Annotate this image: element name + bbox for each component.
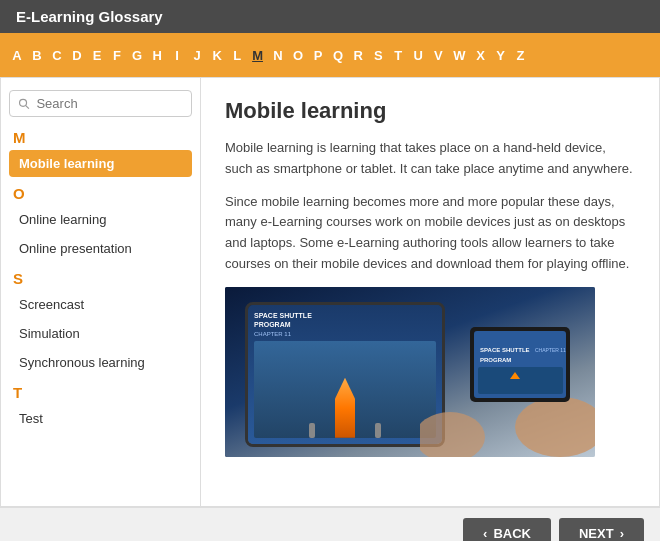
svg-line-1 <box>26 105 29 108</box>
next-chevron-icon: › <box>620 526 624 541</box>
alphabet-letter-c[interactable]: C <box>48 44 66 67</box>
alphabet-letter-e[interactable]: E <box>88 44 106 67</box>
content-paragraph-1: Mobile learning is learning that takes p… <box>225 138 635 180</box>
app-header: E-Learning Glossary <box>0 0 660 33</box>
alphabet-letter-d[interactable]: D <box>68 44 86 67</box>
alphabet-letter-h[interactable]: H <box>148 44 166 67</box>
sidebar-item-test[interactable]: Test <box>9 405 192 432</box>
sidebar-letter-o: O <box>13 185 192 202</box>
alphabet-letter-g[interactable]: G <box>128 44 146 67</box>
alphabet-letter-v[interactable]: V <box>429 44 447 67</box>
search-icon <box>18 97 30 111</box>
svg-point-3 <box>420 412 485 457</box>
search-box[interactable] <box>9 90 192 117</box>
alphabet-letter-z[interactable]: Z <box>512 44 530 67</box>
alphabet-letter-r[interactable]: R <box>349 44 367 67</box>
sidebar-item-mobile-learning[interactable]: Mobile learning <box>9 150 192 177</box>
sidebar-letter-t: T <box>13 384 192 401</box>
sidebar-item-screencast[interactable]: Screencast <box>9 291 192 318</box>
alphabet-letter-k[interactable]: K <box>208 44 226 67</box>
back-label: BACK <box>493 526 531 541</box>
sidebar-letter-m: M <box>13 129 192 146</box>
svg-text:CHAPTER 11: CHAPTER 11 <box>535 347 566 353</box>
alphabet-bar: ABCDEFGHIJKLMNOPQRSTUVWXYZ <box>0 33 660 77</box>
main-area: MMobile learningOOnline learningOnline p… <box>0 77 660 507</box>
alphabet-letter-t[interactable]: T <box>389 44 407 67</box>
alphabet-letter-a[interactable]: A <box>8 44 26 67</box>
next-label: NEXT <box>579 526 614 541</box>
alphabet-letter-s[interactable]: S <box>369 44 387 67</box>
sidebar: MMobile learningOOnline learningOnline p… <box>1 78 201 506</box>
alphabet-letter-m[interactable]: M <box>248 44 267 67</box>
alphabet-letter-f[interactable]: F <box>108 44 126 67</box>
svg-text:PROGRAM: PROGRAM <box>480 357 511 363</box>
alphabet-letter-i[interactable]: I <box>168 44 186 67</box>
sidebar-sections: MMobile learningOOnline learningOnline p… <box>9 129 192 432</box>
content-image: SPACE SHUTTLEPROGRAM CHAPTER 11 <box>225 287 595 457</box>
svg-point-0 <box>20 99 27 106</box>
alphabet-letter-w[interactable]: W <box>449 44 469 67</box>
hands-image: SPACE SHUTTLE PROGRAM CHAPTER 11 <box>420 297 595 457</box>
next-button[interactable]: NEXT › <box>559 518 644 542</box>
content-area: Mobile learning Mobile learning is learn… <box>201 78 659 506</box>
sidebar-item-online-presentation[interactable]: Online presentation <box>9 235 192 262</box>
search-input[interactable] <box>36 96 183 111</box>
tablet-mockup: SPACE SHUTTLEPROGRAM CHAPTER 11 <box>245 302 445 447</box>
footer: ‹ BACK NEXT › <box>0 507 660 541</box>
alphabet-letter-y[interactable]: Y <box>492 44 510 67</box>
alphabet-letter-u[interactable]: U <box>409 44 427 67</box>
content-title: Mobile learning <box>225 98 635 124</box>
alphabet-letter-b[interactable]: B <box>28 44 46 67</box>
svg-rect-9 <box>478 367 563 394</box>
alphabet-letter-l[interactable]: L <box>228 44 246 67</box>
alphabet-letter-n[interactable]: N <box>269 44 287 67</box>
alphabet-letter-j[interactable]: J <box>188 44 206 67</box>
alphabet-letter-o[interactable]: O <box>289 44 307 67</box>
alphabet-letter-q[interactable]: Q <box>329 44 347 67</box>
sidebar-item-simulation[interactable]: Simulation <box>9 320 192 347</box>
back-button[interactable]: ‹ BACK <box>463 518 551 542</box>
alphabet-letter-p[interactable]: P <box>309 44 327 67</box>
svg-text:SPACE SHUTTLE: SPACE SHUTTLE <box>480 347 530 353</box>
app-title: E-Learning Glossary <box>16 8 163 25</box>
sidebar-letter-s: S <box>13 270 192 287</box>
alphabet-letter-x[interactable]: X <box>472 44 490 67</box>
sidebar-item-synchronous-learning[interactable]: Synchronous learning <box>9 349 192 376</box>
sidebar-item-online-learning[interactable]: Online learning <box>9 206 192 233</box>
svg-point-2 <box>515 397 595 457</box>
content-paragraph-2: Since mobile learning becomes more and m… <box>225 192 635 275</box>
back-chevron-icon: ‹ <box>483 526 487 541</box>
